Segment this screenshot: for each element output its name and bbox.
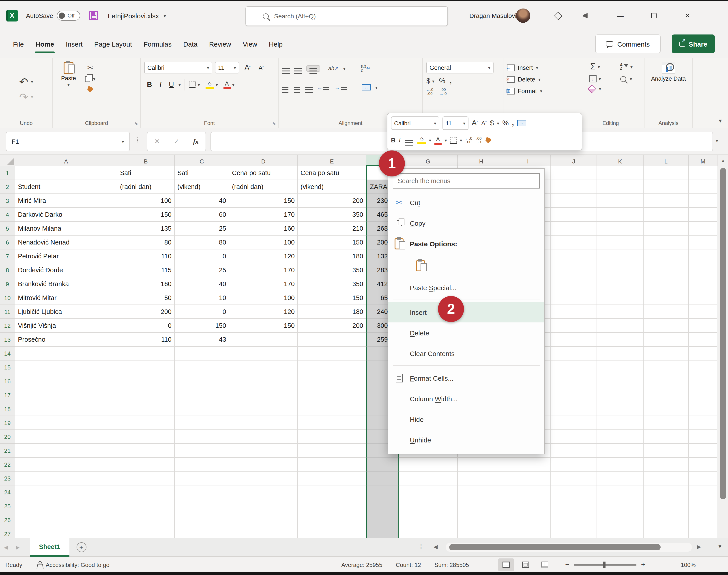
cell-M22[interactable] — [689, 458, 718, 472]
cell-B2[interactable]: (radni dan) — [117, 180, 175, 194]
mini-decrease-decimal-button[interactable]: .00→.0 — [475, 136, 482, 144]
sheet-tab-sheet1[interactable]: Sheet1 — [30, 538, 69, 556]
borders-dropdown-icon[interactable]: ▾ — [198, 82, 200, 87]
cell-A10[interactable]: Mitrović Mitar — [15, 291, 117, 305]
cell-E1[interactable]: Cena po satu — [298, 166, 366, 180]
underline-dropdown-icon[interactable]: ▾ — [178, 82, 181, 87]
cell-B16[interactable] — [117, 374, 175, 388]
menu-item-hide[interactable]: Hide — [388, 409, 544, 430]
row-header-19[interactable]: 19 — [0, 416, 15, 430]
menu-item-format-cells[interactable]: Format Cells... — [388, 368, 544, 388]
cell-C1[interactable]: Sati — [175, 166, 229, 180]
cell-D24[interactable] — [229, 485, 298, 499]
cell-E6[interactable]: 150 — [298, 236, 366, 249]
cell-E13[interactable] — [298, 333, 366, 347]
cell-B13[interactable]: 110 — [117, 333, 175, 347]
row-header-26[interactable]: 26 — [0, 513, 15, 527]
cell-L5[interactable] — [643, 222, 689, 236]
excel-app-icon[interactable]: X — [6, 10, 18, 22]
cell-K12[interactable] — [597, 319, 643, 333]
cell-M24[interactable] — [689, 485, 718, 499]
cell-C27[interactable] — [175, 527, 229, 538]
cell-B23[interactable] — [117, 472, 175, 485]
scroll-up-icon[interactable]: ▲ — [718, 155, 728, 166]
cell-J19[interactable] — [551, 416, 597, 430]
row-header-25[interactable]: 25 — [0, 499, 15, 513]
redo-button[interactable]: ↷▾ — [19, 92, 33, 102]
cell-A17[interactable] — [15, 388, 117, 402]
cell-L22[interactable] — [643, 458, 689, 472]
menu-item-paste-option[interactable] — [388, 254, 544, 277]
font-color-button[interactable]: A — [223, 80, 230, 89]
save-icon[interactable] — [89, 11, 98, 20]
cell-B19[interactable] — [117, 416, 175, 430]
cell-E27[interactable] — [298, 527, 366, 538]
cell-C22[interactable] — [175, 458, 229, 472]
cell-E9[interactable]: 350 — [298, 277, 366, 291]
zoom-in-icon[interactable]: + — [641, 561, 646, 569]
cell-C23[interactable] — [175, 472, 229, 485]
cell-J6[interactable] — [551, 236, 597, 249]
cell-E5[interactable]: 210 — [298, 222, 366, 236]
row-header-9[interactable]: 9 — [0, 277, 15, 291]
cell-D12[interactable]: 150 — [229, 319, 298, 333]
cell-K5[interactable] — [597, 222, 643, 236]
cell-M19[interactable] — [689, 416, 718, 430]
cell-E17[interactable] — [298, 388, 366, 402]
cell-B22[interactable] — [117, 458, 175, 472]
cell-E20[interactable] — [298, 430, 366, 444]
cell-H23[interactable] — [458, 472, 505, 485]
mini-percent-icon[interactable]: % — [502, 119, 508, 127]
new-sheet-button[interactable]: + — [76, 542, 86, 552]
column-header-A[interactable]: A — [15, 155, 117, 166]
cell-A18[interactable] — [15, 402, 117, 416]
menu-search-input[interactable] — [398, 177, 535, 184]
cell-J10[interactable] — [551, 291, 597, 305]
cell-J15[interactable] — [551, 361, 597, 374]
cell-M26[interactable] — [689, 513, 718, 527]
row-header-14[interactable]: 14 — [0, 347, 15, 361]
comments-button[interactable]: Comments — [595, 34, 661, 53]
cell-K10[interactable] — [597, 291, 643, 305]
cell-B9[interactable]: 160 — [117, 277, 175, 291]
font-name-combo[interactable]: Calibri▾ — [144, 62, 212, 73]
cell-E7[interactable]: 180 — [298, 249, 366, 263]
zoom-slider[interactable] — [574, 564, 637, 565]
cell-I26[interactable] — [505, 513, 551, 527]
row-header-10[interactable]: 10 — [0, 291, 15, 305]
comma-style-button[interactable]: , — [450, 77, 452, 85]
cell-D26[interactable] — [229, 513, 298, 527]
cell-J11[interactable] — [551, 305, 597, 319]
row-header-16[interactable]: 16 — [0, 374, 15, 388]
cell-B14[interactable] — [117, 347, 175, 361]
cell-L11[interactable] — [643, 305, 689, 319]
cell-C24[interactable] — [175, 485, 229, 499]
cell-G26[interactable] — [399, 513, 458, 527]
cell-K14[interactable] — [597, 347, 643, 361]
insert-cells-button[interactable]: Insert▾ — [507, 62, 573, 73]
search-box[interactable] — [245, 6, 448, 26]
cell-K23[interactable] — [597, 472, 643, 485]
cell-E25[interactable] — [298, 499, 366, 513]
mini-italic-button[interactable]: I — [399, 137, 401, 144]
insert-function-icon[interactable]: fx — [193, 138, 199, 145]
menu-item-cut[interactable]: ✂Cut — [388, 192, 544, 213]
cell-C18[interactable] — [175, 402, 229, 416]
cell-E19[interactable] — [298, 416, 366, 430]
cell-M7[interactable] — [689, 249, 718, 263]
paste-button[interactable]: Paste ▾ — [57, 62, 80, 87]
tab-help[interactable]: Help — [263, 36, 289, 53]
horizontal-scroll-thumb[interactable] — [449, 544, 661, 550]
row-header-1[interactable]: 1 — [0, 166, 15, 180]
orientation-dropdown-icon[interactable]: ▾ — [343, 66, 345, 71]
cell-L15[interactable] — [643, 361, 689, 374]
cell-J22[interactable] — [551, 458, 597, 472]
decrease-decimal-button[interactable]: .00→.0 — [439, 88, 446, 95]
zoom-level[interactable]: 100% — [681, 557, 696, 572]
cell-H27[interactable] — [458, 527, 505, 538]
clear-button[interactable]: ▾ — [581, 86, 609, 92]
row-header-21[interactable]: 21 — [0, 444, 15, 458]
autosave-control[interactable]: AutoSave Off — [26, 11, 80, 21]
cell-D27[interactable] — [229, 527, 298, 538]
cell-M27[interactable] — [689, 527, 718, 538]
